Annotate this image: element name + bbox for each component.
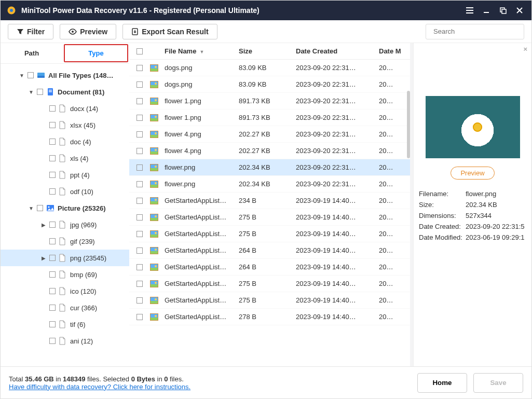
tree-checkbox[interactable] bbox=[49, 105, 56, 112]
cell-size: 264 B bbox=[239, 246, 296, 254]
file-rows: dogs.png83.09 KB2023-09-20 22:31…20…dogs… bbox=[129, 60, 410, 366]
row-checkbox[interactable] bbox=[137, 115, 143, 121]
table-row[interactable]: GetStartedAppList…275 B2023-09-19 14:40…… bbox=[129, 292, 410, 309]
tree-checkbox[interactable] bbox=[49, 139, 56, 145]
tree-checkbox[interactable] bbox=[49, 305, 56, 311]
tree-item[interactable]: odf (10) bbox=[1, 183, 129, 200]
row-checkbox[interactable] bbox=[137, 247, 143, 254]
row-checkbox[interactable] bbox=[137, 231, 143, 237]
tree-item[interactable]: ▶png (23545) bbox=[1, 250, 129, 266]
tree-checkbox[interactable] bbox=[49, 188, 56, 195]
meta-dim-label: Dimensions: bbox=[419, 212, 466, 219]
search-input[interactable] bbox=[433, 27, 521, 35]
table-row[interactable]: flower.png202.34 KB2023-09-20 22:31…20… bbox=[129, 176, 410, 192]
tree-item[interactable]: xls (4) bbox=[1, 150, 129, 167]
menu-button[interactable] bbox=[464, 5, 475, 16]
tree-checkbox[interactable] bbox=[49, 271, 56, 278]
help-link[interactable]: Have difficulty with data recovery? Clic… bbox=[9, 383, 411, 391]
expand-icon[interactable]: ▶ bbox=[40, 222, 47, 228]
row-checkbox[interactable] bbox=[137, 214, 143, 221]
row-checkbox[interactable] bbox=[137, 164, 143, 171]
col-filename[interactable]: File Name▼ bbox=[165, 47, 239, 55]
tree-item[interactable]: ani (12) bbox=[1, 333, 129, 349]
tree-item[interactable]: ▼Document (81) bbox=[1, 84, 129, 100]
tree-item[interactable]: doc (4) bbox=[1, 133, 129, 150]
tree-checkbox[interactable] bbox=[49, 288, 56, 294]
close-button[interactable] bbox=[514, 5, 525, 16]
col-date-modified[interactable]: Date M bbox=[379, 47, 410, 55]
table-row[interactable]: GetStartedAppList…275 B2023-09-19 14:40…… bbox=[129, 209, 410, 226]
row-checkbox[interactable] bbox=[137, 65, 143, 71]
row-checkbox[interactable] bbox=[137, 314, 143, 320]
save-button[interactable]: Save bbox=[473, 373, 523, 393]
open-preview-button[interactable]: Preview bbox=[451, 167, 494, 180]
tree-item[interactable]: gif (239) bbox=[1, 233, 129, 250]
tree-checkbox[interactable] bbox=[49, 222, 56, 228]
cell-date-modified: 20… bbox=[379, 263, 410, 271]
tree-checkbox[interactable] bbox=[49, 321, 56, 327]
table-row[interactable]: flower 4.png202.27 KB2023-09-20 22:31…20… bbox=[129, 126, 410, 143]
minimize-button[interactable] bbox=[481, 5, 492, 16]
tree-item[interactable]: bmp (69) bbox=[1, 266, 129, 283]
scrollbar-thumb[interactable] bbox=[407, 91, 410, 158]
expand-icon[interactable]: ▼ bbox=[18, 73, 25, 78]
tree-checkbox[interactable] bbox=[37, 205, 43, 211]
tree-item[interactable]: tif (6) bbox=[1, 316, 129, 333]
table-row[interactable]: flower 1.png891.73 KB2023-09-20 22:31…20… bbox=[129, 109, 410, 126]
expand-icon[interactable]: ▼ bbox=[28, 205, 35, 211]
table-row[interactable]: GetStartedAppList…264 B2023-09-19 14:40…… bbox=[129, 242, 410, 259]
tree-item[interactable]: cur (366) bbox=[1, 299, 129, 316]
col-date-created[interactable]: Date Created bbox=[296, 47, 379, 55]
search-box[interactable] bbox=[426, 24, 524, 39]
table-row[interactable]: GetStartedAppList…275 B2023-09-19 14:40…… bbox=[129, 276, 410, 292]
tree-item[interactable]: docx (14) bbox=[1, 100, 129, 117]
row-checkbox[interactable] bbox=[137, 297, 143, 304]
tree-checkbox[interactable] bbox=[37, 89, 43, 95]
export-button[interactable]: Export Scan Result bbox=[122, 24, 217, 39]
row-checkbox[interactable] bbox=[137, 131, 143, 137]
row-checkbox[interactable] bbox=[137, 198, 143, 204]
preview-button[interactable]: Preview bbox=[60, 24, 116, 39]
cell-date-created: 2023-09-20 22:31… bbox=[296, 163, 379, 171]
table-row[interactable]: flower.png202.34 KB2023-09-20 22:31…20… bbox=[129, 159, 410, 176]
expand-icon[interactable]: ▼ bbox=[28, 89, 35, 95]
tree-icon bbox=[59, 137, 67, 146]
tab-type[interactable]: Type bbox=[64, 44, 128, 62]
tree-checkbox[interactable] bbox=[28, 72, 34, 78]
table-row[interactable]: dogs.png83.09 KB2023-09-20 22:31…20… bbox=[129, 60, 410, 76]
tree-item[interactable]: ▼All File Types (148… bbox=[1, 67, 129, 84]
tree-checkbox[interactable] bbox=[49, 155, 56, 161]
row-checkbox[interactable] bbox=[137, 181, 143, 187]
filter-button[interactable]: Filter bbox=[8, 24, 53, 39]
select-all-checkbox[interactable] bbox=[137, 48, 143, 54]
tree-item[interactable]: ▶jpg (969) bbox=[1, 216, 129, 233]
tree-item[interactable]: ppt (4) bbox=[1, 167, 129, 183]
tree-checkbox[interactable] bbox=[49, 172, 56, 178]
tree-checkbox[interactable] bbox=[49, 122, 56, 128]
table-row[interactable]: flower 1.png891.73 KB2023-09-20 22:31…20… bbox=[129, 93, 410, 109]
tree-item[interactable]: xlsx (45) bbox=[1, 117, 129, 133]
tab-path[interactable]: Path bbox=[1, 43, 63, 63]
tree-item[interactable]: ico (120) bbox=[1, 283, 129, 299]
table-row[interactable]: flower 4.png202.27 KB2023-09-20 22:31…20… bbox=[129, 143, 410, 159]
row-checkbox[interactable] bbox=[137, 148, 143, 154]
table-row[interactable]: GetStartedAppList…234 B2023-09-19 14:40…… bbox=[129, 192, 410, 209]
maximize-button[interactable] bbox=[497, 5, 509, 16]
home-button[interactable]: Home bbox=[417, 373, 467, 393]
table-row[interactable]: dogs.png83.09 KB2023-09-20 22:31…20… bbox=[129, 76, 410, 93]
row-checkbox[interactable] bbox=[137, 264, 143, 270]
row-checkbox[interactable] bbox=[137, 81, 143, 88]
col-size[interactable]: Size bbox=[239, 47, 296, 55]
row-checkbox[interactable] bbox=[137, 98, 143, 104]
expand-icon[interactable]: ▶ bbox=[40, 255, 47, 261]
close-preview-button[interactable]: × bbox=[523, 45, 527, 53]
tree-checkbox[interactable] bbox=[49, 338, 56, 344]
table-row[interactable]: GetStartedAppList…264 B2023-09-19 14:40…… bbox=[129, 259, 410, 276]
row-checkbox[interactable] bbox=[137, 281, 143, 287]
cell-filename: GetStartedAppList… bbox=[165, 197, 239, 204]
table-row[interactable]: GetStartedAppList…278 B2023-09-19 14:40…… bbox=[129, 309, 410, 325]
table-row[interactable]: GetStartedAppList…275 B2023-09-19 14:40…… bbox=[129, 226, 410, 242]
tree-checkbox[interactable] bbox=[49, 238, 56, 244]
tree-checkbox[interactable] bbox=[49, 255, 56, 261]
tree-item[interactable]: ▼Picture (25326) bbox=[1, 200, 129, 216]
